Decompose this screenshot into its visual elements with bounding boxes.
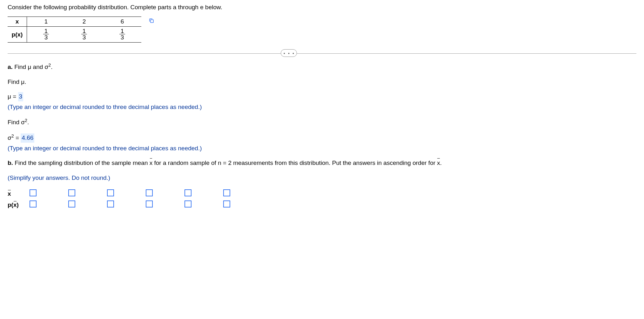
pxbar-input[interactable]	[146, 200, 153, 207]
mu-answer-value[interactable]: 3	[18, 92, 23, 101]
p-value: 13	[65, 27, 103, 43]
row-x-label: x	[8, 17, 27, 27]
xbar-input[interactable]	[184, 189, 191, 196]
mu-answer-line: μ = 3	[8, 92, 636, 101]
p-value: 13	[103, 27, 141, 43]
simplify-hint: (Simplify your answers. Do not round.)	[8, 173, 636, 183]
row-xbar-label: x	[8, 188, 30, 199]
row-p-label: p(x)	[8, 27, 27, 43]
xbar-input[interactable]	[107, 189, 114, 196]
pxbar-input[interactable]	[107, 200, 114, 207]
sigma-answer-value[interactable]: 4.66	[21, 133, 34, 143]
part-b-heading: b. Find the sampling distribution of the…	[8, 159, 636, 168]
find-mu-label: Find μ.	[8, 78, 636, 87]
table-row-p: p(x) 13 13 13	[8, 27, 141, 43]
divider	[8, 53, 636, 54]
xbar-input[interactable]	[30, 189, 37, 196]
table-row-x: x 1 2 6	[8, 17, 141, 27]
instruction-text: Consider the following probability distr…	[8, 4, 636, 11]
x-value: 6	[103, 17, 141, 27]
p-value: 13	[27, 27, 65, 43]
xbar-input[interactable]	[146, 189, 153, 196]
sigma-hint: (Type an integer or decimal rounded to t…	[8, 144, 636, 153]
expand-ellipsis-button[interactable]: • • •	[281, 49, 297, 57]
table-row-xbar: x	[8, 188, 262, 199]
sigma-answer-line: σ2 = 4.66	[8, 133, 636, 143]
find-sigma-label: Find σ2.	[8, 117, 636, 127]
pxbar-input[interactable]	[30, 200, 37, 207]
xbar-input[interactable]	[223, 189, 230, 196]
x-value: 1	[27, 17, 65, 27]
pxbar-input[interactable]	[223, 200, 230, 207]
xbar-input[interactable]	[68, 189, 75, 196]
pxbar-input[interactable]	[68, 200, 75, 207]
copy-icon[interactable]	[149, 18, 154, 25]
pxbar-input[interactable]	[184, 200, 191, 207]
table-row-pxbar: p(x)	[8, 199, 262, 210]
x-value: 2	[65, 17, 103, 27]
row-pxbar-label: p(x)	[8, 199, 30, 210]
distribution-table: x 1 2 6 p(x) 13 13 13	[8, 17, 141, 43]
sampling-dist-table: x p(x)	[8, 188, 262, 210]
mu-hint: (Type an integer or decimal rounded to t…	[8, 103, 636, 112]
svg-rect-0	[151, 20, 153, 23]
part-a-heading: a. Find μ and σ2.	[8, 62, 636, 72]
